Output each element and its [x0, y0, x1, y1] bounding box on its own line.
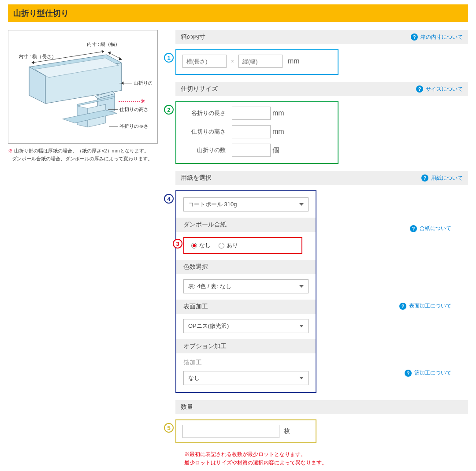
content: 内寸 : 縦（幅） 内寸 : 横（長さ）: [8, 30, 468, 467]
radio-icon: [219, 243, 224, 248]
help-divider-size[interactable]: ? サイズについて: [416, 85, 463, 93]
help-icon: ?: [410, 225, 417, 232]
step-2-badge: 2: [164, 105, 174, 115]
right-column: 箱の内寸 ? 箱の内寸について 1 × mm 仕切りサイズ ? サイズについて: [175, 30, 468, 467]
box-inner-header: 箱の内寸 ? 箱の内寸について: [175, 30, 468, 44]
help-icon: ?: [421, 174, 428, 182]
radio-icon: [191, 243, 197, 248]
unit-mm: mm: [288, 57, 300, 65]
unit-mm: mm: [272, 128, 284, 136]
option-header: オプション加工: [176, 339, 316, 353]
surface-header: 表面加工: [176, 300, 316, 314]
diagram-box: 内寸 : 縦（幅） 内寸 : 横（長さ）: [8, 30, 158, 144]
caret-down-icon: [299, 203, 304, 206]
diagram-asterisk: ※: [141, 98, 145, 104]
foil-select[interactable]: なし: [183, 371, 309, 385]
color-header: 色数選択: [176, 260, 316, 274]
step-3-badge: 3: [173, 239, 182, 248]
diagram-note: ※ 山折り部の幅は厚紙の場合、（紙の厚さ×2）mmとなります。 ダンボール合紙の…: [8, 147, 158, 163]
box-diagram: 内寸 : 縦（幅） 内寸 : 横（長さ）: [14, 37, 152, 138]
step-2-box: 2 谷折りの長さ mm 仕切りの高さ mm 山折りの数 個: [175, 101, 338, 164]
times-symbol: ×: [231, 58, 234, 64]
color-select[interactable]: 表: 4色 / 裏: なし: [183, 279, 309, 293]
label-depth: 内寸 : 縦（幅）: [87, 41, 120, 47]
note-asterisk: ※: [8, 148, 14, 153]
label-width: 内寸 : 横（長さ）: [19, 54, 56, 59]
svg-marker-9: [119, 57, 122, 60]
left-column: 内寸 : 縦（幅） 内寸 : 横（長さ）: [8, 30, 158, 163]
step-5-box: 5 枚: [175, 419, 316, 443]
svg-marker-8: [108, 52, 111, 55]
help-icon: ?: [416, 85, 423, 93]
fold-count-input[interactable]: [232, 144, 271, 157]
label-valley-length: 谷折りの長さ: [119, 123, 149, 129]
radio-yes[interactable]: あり: [219, 241, 238, 249]
fold-count-label: 山折りの数: [185, 146, 226, 154]
help-icon: ?: [399, 303, 406, 310]
unit-mm: mm: [272, 109, 284, 117]
help-box-inner[interactable]: ? 箱の内寸について: [411, 33, 463, 41]
label-divider-height: 仕切りの高さ: [119, 107, 149, 112]
surface-select[interactable]: OPニス(微光沢): [183, 319, 309, 333]
help-icon: ?: [405, 370, 412, 377]
quantity-note: ※最初に表記される枚数が最少ロットとなります。 最少ロットはサイズや材質の選択内…: [184, 450, 468, 467]
help-surface[interactable]: ? 表面加工について: [399, 302, 451, 310]
help-laminate[interactable]: ? 合紙について: [410, 225, 451, 232]
help-paper[interactable]: ? 用紙について: [421, 174, 463, 182]
paper-select-header: 用紙を選択 ? 用紙について: [175, 171, 468, 185]
paper-select[interactable]: コートボール 310g: [183, 197, 309, 211]
svg-marker-5: [32, 61, 34, 64]
quantity-input[interactable]: [182, 425, 279, 438]
step-3-box: 3 なし あり: [183, 237, 302, 254]
step-1-badge: 1: [164, 53, 174, 63]
unit-ko: 個: [272, 146, 279, 155]
divider-size-header: 仕切りサイズ ? サイズについて: [175, 82, 468, 96]
unit-mai: 枚: [284, 427, 290, 435]
width-input[interactable]: [182, 55, 227, 68]
valley-length-label: 谷折りの長さ: [185, 109, 226, 117]
label-fold-count: 山折りの数: [134, 80, 152, 85]
quantity-header: 数量: [175, 400, 468, 414]
laminate-header: ダンボール合紙: [176, 218, 316, 232]
foil-label: 箔加工: [183, 359, 309, 367]
step-1-box: 1 × mm: [175, 49, 338, 75]
svg-marker-6: [101, 50, 104, 53]
step-5-badge: 5: [164, 423, 174, 433]
divider-height-input[interactable]: [232, 125, 271, 138]
help-icon: ?: [411, 33, 418, 41]
divider-height-label: 仕切りの高さ: [185, 128, 226, 136]
depth-input[interactable]: [238, 55, 283, 68]
step-4-box: 4 コートボール 310g ダンボール合紙 ? 合紙について 3 なし: [175, 190, 316, 393]
valley-length-input[interactable]: [232, 107, 271, 120]
radio-none[interactable]: なし: [191, 241, 211, 249]
step-4-badge: 4: [164, 194, 174, 204]
help-foil[interactable]: ? 箔加工について: [405, 369, 451, 377]
page-title: 山折り型仕切り: [8, 4, 468, 22]
caret-down-icon: [299, 377, 304, 379]
caret-down-icon: [299, 325, 304, 327]
caret-down-icon: [299, 285, 304, 288]
